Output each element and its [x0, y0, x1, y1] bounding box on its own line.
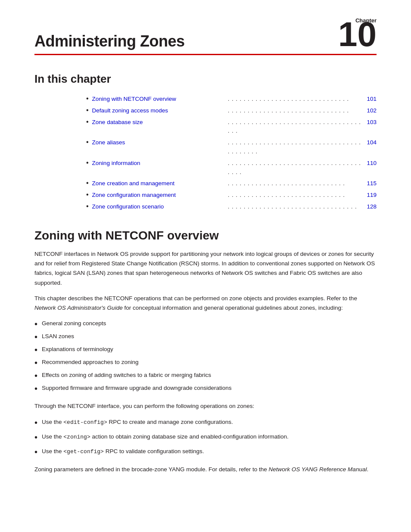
netconf-section-heading: Zoning with NETCONF overview — [34, 229, 377, 243]
netconf-para1: NETCONF interfaces in Network OS provide… — [34, 249, 377, 288]
toc-dots: . . . . . . . . . . . . . . . . . . . . … — [228, 138, 362, 156]
toc-dots: . . . . . . . . . . . . . . . . . . . . … — [228, 191, 362, 200]
netconf-para4: Zoning parameters are defined in the bro… — [34, 465, 377, 474]
bullet-icon: • — [34, 430, 37, 444]
list-item-text: LSAN zones — [42, 332, 74, 341]
list-item: •Supported firmware and firmware upgrade… — [34, 383, 377, 395]
toc-bullet: • — [86, 159, 89, 166]
list-item-text: Use the <zoning> action to obtain zoning… — [42, 432, 289, 442]
list-item-code: <edit-config> — [63, 419, 107, 426]
bullet-icon: • — [34, 356, 37, 370]
netconf-para3: Through the NETCONF interface, you can p… — [34, 401, 377, 411]
bullet-icon: • — [34, 416, 37, 429]
list-item-text: Explanations of terminology — [42, 345, 113, 354]
toc-item: •Zone creation and management . . . . . … — [86, 179, 377, 188]
toc-bullet: • — [86, 191, 89, 198]
list-item-suffix: RPC to create and manage zone configurat… — [107, 419, 233, 425]
netconf-para2-italic: Network OS Administrator's Guide — [34, 305, 123, 311]
bullet-icon: • — [34, 445, 37, 459]
list-item: •Effects on zoning of adding switches to… — [34, 370, 377, 383]
netconf-para4-italic: Network OS YANG Reference Manual — [269, 466, 367, 473]
netconf-para2-prefix: This chapter describes the NETCONF opera… — [34, 295, 357, 302]
list-item: •General zoning concepts — [34, 319, 377, 331]
list-item-code: <get-config> — [63, 448, 104, 455]
list-item-text: Supported firmware and firmware upgrade … — [42, 383, 232, 393]
list-item-suffix: RPC to validate configuration settings. — [104, 448, 204, 454]
page: 10 Chapter Administering Zones In this c… — [0, 0, 411, 532]
toc-page[interactable]: 110 — [364, 159, 377, 168]
list-item: •Explanations of terminology — [34, 345, 377, 357]
list-item-suffix: action to obtain zoning database size an… — [90, 433, 289, 440]
list-item-prefix: Use the — [42, 448, 63, 454]
list-item-prefix: Use the — [42, 433, 63, 440]
toc-dots: . . . . . . . . . . . . . . . . . . . . … — [228, 118, 362, 136]
list-item-text: General zoning concepts — [42, 319, 106, 328]
toc-dots: . . . . . . . . . . . . . . . . . . . . … — [228, 159, 362, 177]
toc-list: •Zoning with NETCONF overview . . . . . … — [86, 94, 377, 212]
toc-item: •Zone database size. . . . . . . . . . .… — [86, 118, 377, 136]
toc-link[interactable]: Zone configuration management — [92, 190, 226, 200]
list-item-text: Use the <edit-config> RPC to create and … — [42, 417, 233, 427]
toc-bullet: • — [86, 107, 89, 114]
toc-link[interactable]: Zoning with NETCONF overview — [92, 94, 226, 104]
netconf-para4-suffix: . — [367, 466, 368, 473]
netconf-para4-prefix: Zoning parameters are defined in the bro… — [34, 466, 269, 473]
toc-dots: . . . . . . . . . . . . . . . . . . . . … — [228, 202, 362, 212]
bullet-list-2: •Use the <edit-config> RPC to create and… — [34, 417, 377, 459]
toc-page[interactable]: 104 — [364, 138, 377, 147]
toc-dots: . . . . . . . . . . . . . . . . . . . . … — [228, 179, 362, 188]
toc-bullet: • — [86, 203, 89, 210]
toc-link[interactable]: Zoning information — [92, 159, 226, 168]
list-item: •Recommended approaches to zoning — [34, 358, 377, 370]
chapter-rule — [34, 54, 377, 55]
toc-page[interactable]: 101 — [364, 94, 377, 104]
bullet-icon: • — [34, 317, 37, 331]
list-item-code: <zoning> — [63, 434, 90, 440]
list-item: •Use the <edit-config> RPC to create and… — [34, 417, 377, 429]
list-item-prefix: Use the — [42, 419, 63, 425]
toc-page[interactable]: 115 — [364, 179, 377, 188]
toc-item: •Default zoning access modes. . . . . . … — [86, 106, 377, 115]
toc-bullet: • — [86, 118, 89, 125]
list-item: •Use the <get-config> RPC to validate co… — [34, 447, 377, 459]
toc-link[interactable]: Zone database size — [92, 118, 226, 127]
bullet-list-1: •General zoning concepts•LSAN zones•Expl… — [34, 319, 377, 395]
list-item-text: Use the <get-config> RPC to validate con… — [42, 447, 204, 456]
toc-link[interactable]: Zone creation and management — [92, 179, 226, 188]
toc-item: •Zone configuration management. . . . . … — [86, 190, 377, 200]
toc-bullet: • — [86, 139, 89, 146]
toc-dots: . . . . . . . . . . . . . . . . . . . . … — [228, 106, 362, 115]
list-item-text: Recommended approaches to zoning — [42, 358, 138, 367]
toc-page[interactable]: 102 — [364, 106, 377, 115]
bullet-icon: • — [34, 382, 37, 395]
chapter-title: Administering Zones — [34, 32, 377, 50]
toc-page[interactable]: 103 — [364, 118, 377, 127]
toc-item: •Zoning with NETCONF overview . . . . . … — [86, 94, 377, 104]
toc-item: •Zone configuration scenario. . . . . . … — [86, 202, 377, 212]
toc-page[interactable]: 119 — [364, 190, 377, 200]
netconf-para2: This chapter describes the NETCONF opera… — [34, 294, 377, 313]
toc-dots: . . . . . . . . . . . . . . . . . . . . … — [228, 95, 362, 104]
list-item: •Use the <zoning> action to obtain zonin… — [34, 432, 377, 444]
in-this-chapter-heading: In this chapter — [34, 72, 377, 86]
bullet-icon: • — [34, 343, 37, 357]
toc-link[interactable]: Default zoning access modes — [92, 106, 226, 115]
toc-bullet: • — [86, 95, 89, 102]
bullet-icon: • — [34, 369, 37, 383]
toc-link[interactable]: Zone aliases — [92, 138, 226, 147]
bullet-icon: • — [34, 330, 37, 344]
toc-page[interactable]: 128 — [364, 202, 377, 212]
chapter-number: 10 — [338, 17, 377, 52]
toc-item: •Zoning information . . . . . . . . . . … — [86, 159, 377, 177]
list-item-text: Effects on zoning of adding switches to … — [42, 370, 211, 380]
toc-link[interactable]: Zone configuration scenario — [92, 202, 226, 212]
netconf-para2-suffix: for conceptual information and general o… — [123, 305, 343, 311]
toc-item: •Zone aliases. . . . . . . . . . . . . .… — [86, 138, 377, 156]
toc-bullet: • — [86, 180, 89, 187]
list-item: •LSAN zones — [34, 332, 377, 344]
